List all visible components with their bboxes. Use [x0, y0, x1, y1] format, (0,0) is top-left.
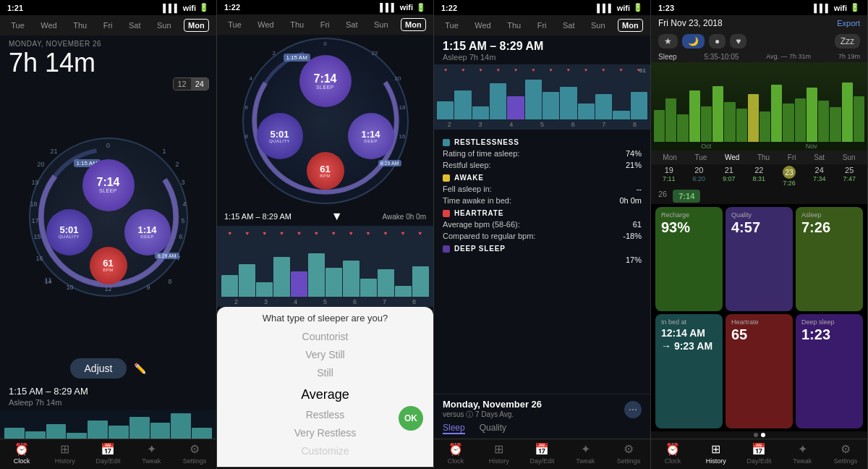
s4-header: Fri Nov 23, 2018 Export [651, 15, 867, 31]
export-button[interactable]: Export [837, 19, 860, 28]
signal-icon: ▌▌▌ [163, 4, 179, 12]
s4-day-tue[interactable]: Tue [694, 153, 707, 161]
s2-end-label: 8:29 AM [378, 160, 401, 166]
s3-tab-clock[interactable]: ⏰ Clock [434, 442, 477, 465]
screen-2: 1:22 ▌▌▌ wifi 🔋 Tue Wed Thu Fri Sat Sun … [217, 0, 434, 469]
s3-asleep: Asleep 7h 14m [443, 53, 642, 62]
picker-item-customize[interactable]: Customize [226, 442, 425, 460]
day-sat[interactable]: Sat [125, 20, 145, 31]
day-wed[interactable]: Wed [37, 20, 60, 31]
s4-day-thu[interactable]: Thu [757, 153, 770, 161]
s2-day-fri[interactable]: Fri [317, 19, 333, 30]
s3-day-mon[interactable]: Mon [618, 19, 643, 32]
mode-dot[interactable]: ● [709, 34, 726, 48]
tab-day-edit-label: Day/Edit [95, 457, 120, 465]
s4-tab-history[interactable]: ⊞ History [694, 442, 738, 465]
bpm-label: 61 [639, 67, 646, 74]
s4-tab-clock[interactable]: ⏰ Clock [651, 442, 694, 465]
mini-bar [67, 433, 87, 439]
s2-day-sat[interactable]: Sat [342, 19, 362, 30]
tab-history[interactable]: ⊞ History [43, 442, 87, 465]
day-nav-3[interactable]: Tue Wed Thu Fri Sat Sun Mon [434, 15, 650, 35]
awake-title: AWAKE [443, 174, 642, 182]
s2-day-mon[interactable]: Mon [401, 18, 426, 31]
wifi-icon: wifi [183, 4, 196, 12]
day-thu[interactable]: Thu [69, 20, 90, 31]
day-mon-active[interactable]: Mon [184, 19, 209, 32]
s4-tab-tweak[interactable]: ✦ Tweak [780, 442, 824, 465]
bar [326, 268, 342, 297]
s3-tab-tweak[interactable]: ✦ Tweak [563, 442, 607, 465]
picker-item-still[interactable]: Still [226, 364, 425, 382]
s4-day-sun[interactable]: Sun [843, 153, 856, 161]
s4-tab-day[interactable]: 📅 Day/Edit [738, 442, 781, 465]
s3-day-fri[interactable]: Fri [534, 20, 550, 31]
day-nav-2[interactable]: Tue Wed Thu Fri Sat Sun Mon [217, 14, 433, 35]
tab-settings[interactable]: ⚙ Settings [173, 442, 216, 465]
ok-button[interactable]: OK [399, 406, 423, 431]
mini-bar [88, 421, 108, 439]
bar [395, 286, 412, 297]
adjust-button[interactable]: Adjust [70, 358, 127, 379]
tab-bar-2: ⏰ Clock ⊞ History 📅 Day/Edit ✦ Tweak ⚙ S… [217, 467, 433, 469]
s2-tick-20: 20 [395, 75, 401, 82]
day-fri[interactable]: Fri [100, 20, 116, 31]
bpm-num: 61 [103, 258, 113, 268]
s3-day-sun[interactable]: Sun [587, 20, 609, 31]
cal-week-nav[interactable]: Mon Tue Wed Thu Fri Sat Sun [651, 151, 867, 164]
stat-row: Time awake in bed: 0h 0m [443, 195, 642, 206]
mode-fav[interactable]: ★ [658, 34, 678, 48]
s4-day-fri[interactable]: Fri [788, 153, 796, 161]
tab-tweak[interactable]: ✦ Tweak [129, 442, 173, 465]
s2-day-sun[interactable]: Sun [370, 19, 392, 30]
s3-tab-quality[interactable]: Quality [480, 423, 506, 434]
picker-item-very-restless[interactable]: Very Restless [226, 424, 425, 442]
bar [412, 266, 429, 297]
day-sun[interactable]: Sun [153, 20, 175, 31]
time-3: 1:22 [441, 4, 457, 12]
cal-chart [651, 62, 867, 142]
s3-day-tue[interactable]: Tue [441, 20, 462, 31]
s3-day-wed[interactable]: Wed [471, 20, 494, 31]
s3-time-range: 1:15 AM – 8:29 AM [443, 40, 642, 53]
s2-day-wed[interactable]: Wed [254, 19, 277, 30]
picker-item-restless[interactable]: Restless [226, 406, 425, 424]
s4-day-mon[interactable]: Mon [663, 153, 676, 161]
s3-day-thu[interactable]: Thu [503, 20, 524, 31]
bar [221, 275, 238, 297]
s2-day-tue[interactable]: Tue [224, 19, 245, 30]
cal-bars [651, 62, 867, 142]
battery-icon-4: 🔋 [850, 3, 860, 12]
s3-tab-day[interactable]: 📅 Day/Edit [521, 442, 564, 465]
day-edit-icon: 📅 [101, 442, 115, 456]
more-icon[interactable]: ⋯ [624, 401, 642, 418]
bar [360, 279, 377, 297]
edit-icon[interactable]: ✏️ [134, 363, 146, 374]
picker-item-countorist[interactable]: Countorist [226, 328, 425, 346]
s3-day-sat[interactable]: Sat [559, 20, 579, 31]
day-tue[interactable]: Tue [7, 20, 28, 31]
s2-tick-6: 6 [245, 104, 248, 111]
s2-day-thu[interactable]: Thu [286, 19, 307, 30]
s4-day-wed[interactable]: Wed [725, 153, 739, 161]
tab-day-edit[interactable]: 📅 Day/Edit [87, 442, 130, 465]
s4-tab-settings[interactable]: ⚙ Settings [824, 442, 867, 465]
status-bar-3: 1:22 ▌▌▌ wifi 🔋 [434, 0, 650, 15]
mode-heart[interactable]: ♥ [730, 34, 746, 48]
s3-tab-sleep[interactable]: Sleep [443, 423, 465, 434]
s3-tweak-icon: ✦ [581, 442, 590, 456]
s4-day-sat[interactable]: Sat [814, 153, 825, 161]
s3-tab-history[interactable]: ⊞ History [477, 442, 521, 465]
mode-sleep[interactable]: 🌙 [682, 34, 705, 48]
s3-tab-settings[interactable]: ⚙ Settings [607, 442, 650, 465]
cal-cell-23[interactable]: 23 7:26 [783, 166, 796, 187]
picker-item-average[interactable]: Average [226, 383, 425, 406]
s2-tick-22: 22 [372, 50, 378, 56]
picker-item-very-still[interactable]: Very Still [226, 346, 425, 364]
mode-zzz[interactable]: Zzz [835, 34, 860, 48]
tab-clock[interactable]: ⏰ Clock [0, 442, 43, 465]
battery-icon-2: 🔋 [416, 3, 426, 12]
day-nav-1[interactable]: Tue Wed Thu Fri Sat Sun Mon [0, 15, 216, 35]
bubble-sleep: 7:14 SLEEP [82, 159, 135, 211]
tab-history-label: History [55, 457, 75, 465]
